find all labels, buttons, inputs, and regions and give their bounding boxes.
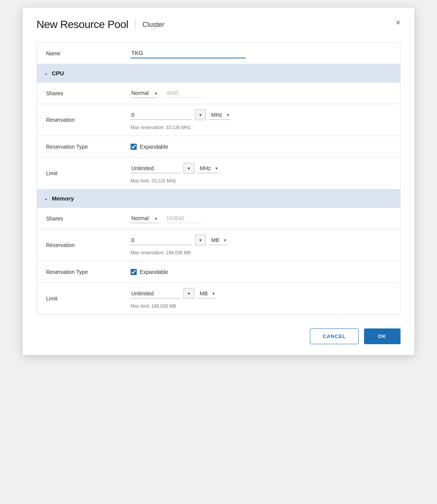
memory-reservation-type-row: Reservation Type Expandable [37, 261, 400, 283]
cpu-expandable-wrapper: Expandable [131, 144, 168, 150]
memory-reservation-type-label: Reservation Type [46, 269, 131, 275]
new-resource-pool-dialog: New Resource Pool Cluster × Name ⌄ CPU S… [23, 8, 414, 355]
cpu-reservation-hint: Max reservation: 33,126 MHz [131, 125, 391, 130]
cpu-reservation-unit-select[interactable]: MHz GHz [209, 110, 231, 120]
ok-button[interactable]: OK [364, 328, 401, 344]
cpu-chevron-icon: ⌄ [44, 70, 48, 76]
memory-limit-input[interactable] [131, 289, 180, 298]
dialog-title: New Resource Pool [36, 18, 128, 31]
cpu-section-header[interactable]: ⌄ CPU [37, 64, 400, 83]
memory-section-header[interactable]: ⌄ Memory [37, 189, 400, 208]
cpu-shares-value: 4000 [166, 88, 204, 98]
memory-expandable-label: Expandable [140, 269, 168, 275]
memory-limit-label: Limit [46, 295, 131, 302]
memory-limit-unit-select[interactable]: MB GB [197, 289, 216, 298]
memory-shares-value: 163840 [166, 214, 204, 223]
memory-reservation-row: Reservation ▼ MB GB ▼ Max reservation: 1… [37, 229, 400, 261]
cpu-reservation-input[interactable] [131, 110, 192, 120]
close-button[interactable]: × [394, 17, 402, 28]
cpu-limit-dropdown-button[interactable]: ▼ [184, 163, 194, 174]
memory-shares-select[interactable]: Low Normal High Custom [131, 214, 159, 223]
memory-shares-label: Shares [46, 216, 131, 222]
memory-section-title: Memory [52, 195, 74, 202]
cpu-reservation-unit-wrapper: MHz GHz ▼ [209, 110, 231, 120]
memory-reservation-input[interactable] [131, 235, 192, 245]
name-label: Name [46, 50, 131, 56]
cpu-limit-row: Limit ▼ MHz GHz ▼ Max limit: 33,126 MHz [37, 158, 400, 189]
cpu-shares-label: Shares [46, 90, 131, 96]
memory-reservation-label: Reservation [46, 242, 131, 248]
cpu-reservation-label: Reservation [46, 117, 131, 123]
memory-reservation-type-controls: Expandable [131, 269, 391, 275]
form-container: Name ⌄ CPU Shares Low Normal High Custom [36, 42, 401, 315]
header-divider [135, 19, 136, 30]
name-row: Name [37, 43, 400, 64]
cpu-shares-select[interactable]: Low Normal High Custom [131, 88, 159, 98]
cpu-shares-row: Shares Low Normal High Custom ▼ 4000 [37, 83, 400, 104]
cpu-expandable-checkbox[interactable] [131, 144, 137, 150]
cpu-reservation-dropdown-button[interactable]: ▼ [195, 109, 206, 120]
memory-reservation-dropdown-button[interactable]: ▼ [195, 235, 206, 245]
name-input[interactable] [131, 48, 246, 58]
cpu-reservation-type-row: Reservation Type Expandable [37, 136, 400, 158]
memory-limit-hint: Max limit: 188,036 MB [131, 303, 391, 309]
cpu-reservation-controls: ▼ MHz GHz ▼ Max reservation: 33,126 MHz [131, 109, 391, 130]
memory-reservation-unit-wrapper: MB GB ▼ [209, 235, 228, 245]
memory-shares-controls: Low Normal High Custom ▼ 163840 [131, 214, 391, 223]
memory-reservation-controls: ▼ MB GB ▼ Max reservation: 188,036 MB [131, 235, 391, 255]
dialog-footer: CANCEL OK [23, 322, 414, 355]
memory-limit-dropdown-button[interactable]: ▼ [184, 288, 194, 299]
memory-shares-select-wrapper: Low Normal High Custom ▼ [131, 214, 159, 223]
cpu-limit-unit-select[interactable]: MHz GHz [197, 164, 219, 173]
dialog-header: New Resource Pool Cluster × [23, 8, 414, 38]
cpu-limit-input[interactable] [131, 164, 180, 173]
cpu-limit-label: Limit [46, 170, 131, 176]
memory-reservation-hint: Max reservation: 188,036 MB [131, 250, 391, 255]
memory-expandable-wrapper: Expandable [131, 269, 168, 275]
cancel-button[interactable]: CANCEL [310, 328, 358, 344]
memory-expandable-checkbox[interactable] [131, 269, 137, 275]
dialog-subtitle: Cluster [142, 21, 164, 29]
memory-chevron-icon: ⌄ [44, 196, 48, 201]
cpu-limit-hint: Max limit: 33,126 MHz [131, 178, 391, 184]
memory-limit-row: Limit ▼ MB GB ▼ Max limit: 188,036 MB [37, 283, 400, 314]
memory-reservation-unit-select[interactable]: MB GB [209, 235, 228, 245]
memory-limit-unit-wrapper: MB GB ▼ [197, 289, 216, 298]
cpu-limit-controls: ▼ MHz GHz ▼ Max limit: 33,126 MHz [131, 163, 391, 184]
cpu-reservation-row: Reservation ▼ MHz GHz ▼ Max reservation:… [37, 104, 400, 136]
cpu-reservation-type-label: Reservation Type [46, 144, 131, 150]
memory-shares-row: Shares Low Normal High Custom ▼ 163840 [37, 208, 400, 229]
memory-limit-controls: ▼ MB GB ▼ Max limit: 188,036 MB [131, 288, 391, 309]
cpu-limit-unit-wrapper: MHz GHz ▼ [197, 164, 219, 173]
cpu-shares-select-wrapper: Low Normal High Custom ▼ [131, 88, 159, 98]
cpu-reservation-type-controls: Expandable [131, 144, 391, 150]
cpu-shares-controls: Low Normal High Custom ▼ 4000 [131, 88, 391, 98]
cpu-expandable-label: Expandable [140, 144, 168, 150]
name-controls [131, 48, 391, 58]
cpu-section-title: CPU [52, 70, 64, 76]
